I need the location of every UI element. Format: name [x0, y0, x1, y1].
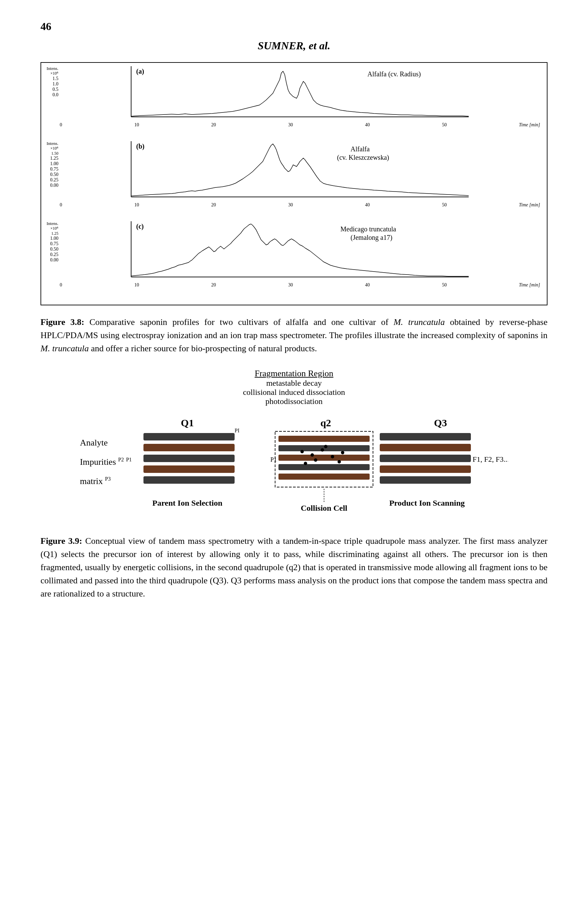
- svg-rect-39: [380, 444, 471, 451]
- svg-text:(b): (b): [136, 143, 144, 150]
- svg-text:(c): (c): [136, 223, 144, 230]
- svg-point-34: [314, 458, 317, 462]
- fragmentation-title: Fragmentation Region: [243, 369, 345, 379]
- svg-rect-24: [278, 436, 370, 442]
- svg-text:q2: q2: [321, 417, 331, 428]
- y-axis-b: Intens.×10⁶1.50 1.25 1.00 0.75 0.50 0.25…: [45, 141, 60, 188]
- svg-text:Medicago truncatula: Medicago truncatula: [341, 225, 396, 233]
- svg-point-36: [304, 462, 307, 465]
- svg-point-35: [324, 445, 328, 448]
- svg-text:F1, F2, F3....: F1, F2, F3....: [473, 455, 508, 463]
- svg-text:Collision Cell: Collision Cell: [301, 504, 347, 512]
- left-labels: Analyte Impurities P2 P1 matrix P3: [80, 433, 132, 491]
- panel-b: Intens.×10⁶1.50 1.25 1.00 0.75 0.50 0.25…: [45, 141, 540, 208]
- svg-text:Product Ion Scanning: Product Ion Scanning: [389, 499, 465, 507]
- svg-text:Alfalfa: Alfalfa: [351, 145, 370, 153]
- svg-rect-42: [380, 476, 471, 484]
- svg-text:(Jemalong a17): (Jemalong a17): [351, 234, 393, 241]
- svg-rect-26: [278, 455, 370, 461]
- x-ticks-a: 01020304050 Time [min]: [60, 121, 540, 128]
- chart-b: (b) Alfalfa (cv. Kleszczewska) 010203040…: [60, 141, 540, 208]
- svg-rect-21: [144, 476, 234, 484]
- panel-a: Intens.×10⁶ 1.5 1.0 0.5 0.0 (a) Alfalfa …: [45, 66, 540, 128]
- metastable-decay: metastable decay: [243, 379, 345, 388]
- svg-text:Q1: Q1: [181, 417, 194, 428]
- y-axis-a: Intens.×10⁶ 1.5 1.0 0.5 0.0: [45, 66, 60, 97]
- y-axis-c: Intens.×10⁶1.25 1.00 0.75 0.50 0.25 0.00: [45, 221, 60, 263]
- page-number: 46: [40, 20, 548, 33]
- chart-a: (a) Alfalfa (cv. Radius) 01020304050 Tim…: [60, 66, 540, 128]
- svg-point-30: [310, 453, 314, 457]
- svg-text:Alfalfa (cv. Radius): Alfalfa (cv. Radius): [368, 70, 421, 78]
- svg-text:Parent Ion Selection: Parent Ion Selection: [153, 499, 223, 507]
- figure-39-diagram: Fragmentation Region metastable decay co…: [40, 369, 548, 524]
- ms-diagram: Analyte Impurities P2 P1 matrix P3 Q1 q2…: [80, 416, 508, 524]
- svg-rect-38: [380, 433, 471, 441]
- fragmentation-region: Fragmentation Region metastable decay co…: [243, 369, 345, 406]
- svg-text:PI: PI: [234, 428, 239, 433]
- svg-point-33: [341, 451, 344, 454]
- svg-rect-28: [278, 473, 370, 479]
- x-ticks-b: 01020304050 Time [min]: [60, 202, 540, 208]
- svg-text:(a): (a): [136, 68, 144, 75]
- svg-rect-18: [144, 444, 234, 451]
- svg-text:Q3: Q3: [434, 417, 447, 428]
- figure-39-caption: Figure 3.9: Conceptual view of tandem ma…: [40, 535, 548, 600]
- svg-rect-17: [144, 433, 234, 441]
- svg-text:(cv. Kleszczewska): (cv. Kleszczewska): [337, 154, 389, 162]
- matrix-label: matrix: [80, 476, 103, 486]
- photo-label: photodissociation: [243, 397, 345, 406]
- svg-point-31: [321, 448, 324, 452]
- panel-c: Intens.×10⁶1.25 1.00 0.75 0.50 0.25 0.00…: [45, 221, 540, 288]
- svg-rect-19: [144, 455, 234, 462]
- svg-point-32: [331, 455, 334, 458]
- svg-rect-27: [278, 464, 370, 470]
- svg-rect-41: [380, 465, 471, 473]
- svg-rect-25: [278, 445, 370, 451]
- x-ticks-c: 01020304050 Time [min]: [60, 282, 540, 288]
- svg-point-37: [338, 460, 341, 463]
- page-title: SUMNER, et al.: [40, 39, 548, 52]
- triple-quad-svg: Q1 q2 Q3 PI: [137, 416, 508, 524]
- svg-point-29: [300, 450, 304, 453]
- svg-text:P1: P1: [270, 456, 277, 463]
- chart-c: (c) Medicago truncatula (Jemalong a17) 0…: [60, 221, 540, 288]
- figure-38-caption: Figure 3.8: Comparative saponin profiles…: [40, 316, 548, 355]
- svg-rect-40: [380, 455, 471, 462]
- cid-label: collisional induced dissociation: [243, 388, 345, 397]
- svg-rect-20: [144, 465, 234, 473]
- figure-38-container: Intens.×10⁶ 1.5 1.0 0.5 0.0 (a) Alfalfa …: [40, 62, 548, 305]
